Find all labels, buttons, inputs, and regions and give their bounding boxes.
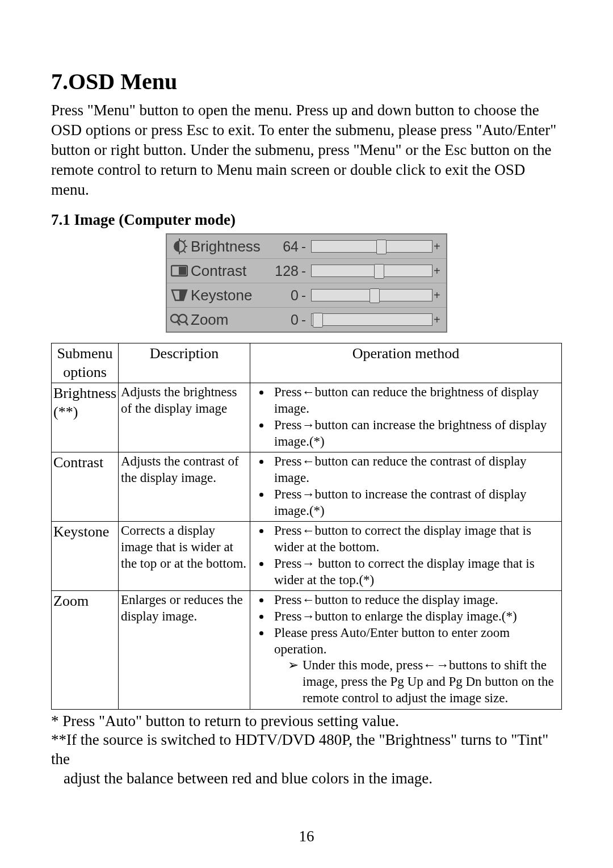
op-item: Press←button to reduce the display image… — [271, 592, 559, 609]
svg-rect-6 — [179, 267, 186, 275]
table-desc: Corrects a display image that is wider a… — [119, 522, 250, 591]
op-item: Press→button can increase the brightness… — [271, 417, 559, 450]
osd-value: 64 — [264, 238, 299, 255]
table-submenu: Zoom — [52, 591, 119, 709]
table-submenu: Contrast — [52, 452, 119, 522]
manual-page: 7.OSD Menu Press "Menu" button to open t… — [0, 0, 613, 868]
op-item: Press→button to enlarge the display imag… — [271, 609, 559, 625]
slider-thumb[interactable] — [370, 288, 380, 303]
svg-line-3 — [183, 240, 186, 242]
zoom-icon — [169, 311, 190, 328]
slider-thumb[interactable] — [374, 264, 384, 279]
contrast-slider[interactable] — [311, 265, 433, 277]
osd-label: Contrast — [190, 262, 264, 280]
op-item: Please press Auto/Enter button to enter … — [271, 625, 559, 707]
op-subitem: Under this mode, press←→buttons to shift… — [274, 657, 559, 706]
osd-label: Brightness — [190, 238, 264, 255]
osd-row-zoom: Zoom 0 - + — [167, 308, 446, 332]
page-number: 16 — [0, 828, 613, 845]
footnote-line: * Press "Auto" button to return to previ… — [51, 712, 562, 731]
osd-label: Zoom — [190, 311, 264, 329]
spec-table: Submenu options Description Operation me… — [51, 343, 562, 709]
plus-sign: + — [433, 240, 443, 253]
op-item: Press→ button to correct the display ima… — [271, 556, 559, 589]
keystone-slider[interactable] — [311, 289, 433, 301]
table-desc: Enlarges or reduces the display image. — [119, 591, 250, 709]
brightness-slider[interactable] — [311, 240, 433, 253]
plus-sign: + — [433, 313, 443, 326]
brightness-icon — [169, 238, 190, 255]
minus-sign: - — [299, 263, 309, 279]
contrast-icon — [169, 262, 190, 279]
footnote-line: adjust the balance between red and blue … — [51, 769, 562, 789]
table-op: Press←button can reduce the brightness o… — [250, 383, 562, 452]
osd-row-contrast: Contrast 128 - + — [167, 259, 446, 283]
table-desc: Adjusts the brightness of the display im… — [119, 383, 250, 452]
table-op: Press←button can reduce the contrast of … — [250, 452, 562, 522]
table-submenu: Keystone — [52, 522, 119, 591]
plus-sign: + — [433, 265, 443, 278]
intro-paragraph: Press "Menu" button to open the menu. Pr… — [51, 100, 562, 200]
osd-row-keystone: Keystone 0 - + — [167, 283, 446, 308]
table-header-operation: Operation method — [250, 343, 562, 383]
minus-sign: - — [299, 287, 309, 303]
keystone-icon — [169, 287, 190, 304]
svg-line-12 — [185, 321, 188, 325]
table-desc: Adjusts the contrast of the display imag… — [119, 452, 250, 522]
footnotes: * Press "Auto" button to return to previ… — [51, 712, 562, 789]
op-item: Press←button can reduce the brightness o… — [271, 384, 559, 417]
table-op: Press←button to reduce the display image… — [250, 591, 562, 709]
osd-row-brightness: Brightness 64 - + — [167, 234, 446, 259]
table-op: Press←button to correct the display imag… — [250, 522, 562, 591]
footnote-line: **If the source is switched to HDTV/DVD … — [51, 731, 562, 769]
svg-line-10 — [177, 321, 180, 325]
slider-thumb[interactable] — [313, 313, 323, 328]
osd-label: Keystone — [190, 287, 264, 304]
table-header-description: Description — [119, 343, 250, 383]
op-text: Please press Auto/Enter button to enter … — [274, 626, 510, 656]
zoom-slider[interactable] — [311, 313, 433, 326]
op-item: Press←button to correct the display imag… — [271, 523, 559, 556]
section-title: 7.1 Image (Computer mode) — [51, 211, 562, 229]
minus-sign: - — [299, 238, 309, 254]
table-submenu: Brightness (**) — [52, 383, 119, 452]
osd-value: 128 — [264, 263, 299, 279]
op-item: Press←button can reduce the contrast of … — [271, 454, 559, 487]
plus-sign: + — [433, 289, 443, 302]
minus-sign: - — [299, 312, 309, 328]
page-title: 7.OSD Menu — [51, 68, 562, 95]
svg-line-4 — [183, 250, 186, 253]
osd-panel: Brightness 64 - + Contrast 128 - + — [166, 233, 447, 333]
table-header-submenu: Submenu options — [52, 343, 119, 383]
op-item: Press→button to increase the contrast of… — [271, 487, 559, 519]
osd-value: 0 — [264, 287, 299, 304]
osd-value: 0 — [264, 312, 299, 328]
slider-thumb[interactable] — [376, 240, 387, 254]
